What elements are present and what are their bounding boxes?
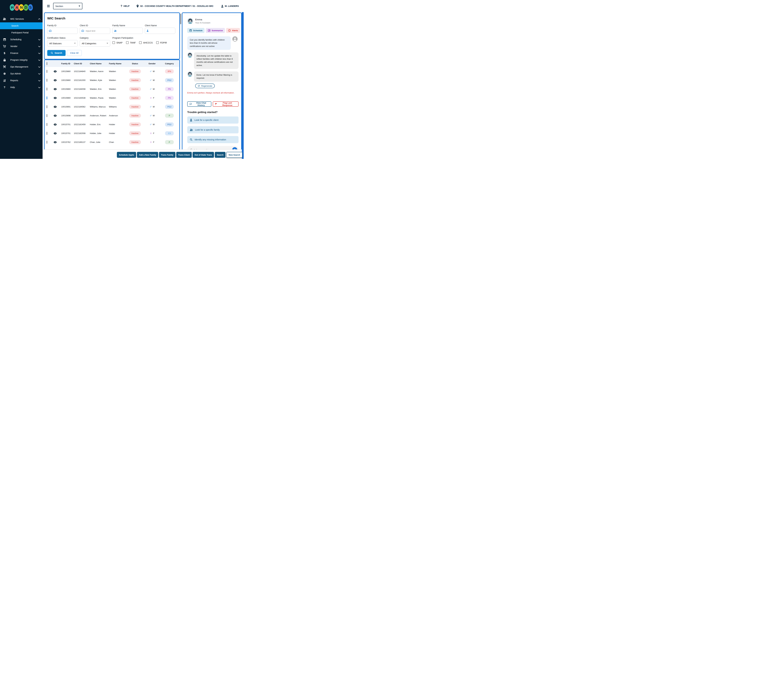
- column-header[interactable]: Gender: [145, 62, 159, 65]
- client-name-label: Client Name: [145, 24, 157, 27]
- eye-icon[interactable]: [53, 114, 57, 117]
- eye-icon[interactable]: [53, 78, 57, 82]
- table-row[interactable]: 10015701 1022182008 Holder, Julie Holder…: [45, 129, 179, 138]
- column-header[interactable]: Category: [159, 62, 179, 65]
- summarize-button[interactable]: Summarize: [206, 28, 225, 33]
- flag-last-response-button[interactable]: Flag Last Response: [213, 102, 239, 107]
- chevron-down-icon: [74, 43, 76, 44]
- category-select[interactable]: All Categories: [80, 40, 110, 47]
- out-of-state-trans-button[interactable]: Out of State Trans: [192, 152, 214, 158]
- trans-family-button[interactable]: Trans Family: [159, 152, 175, 158]
- suggestion-specific-client[interactable]: Look for a specific client: [187, 117, 239, 123]
- schedule-appts-button[interactable]: Schedule Appts: [117, 152, 136, 158]
- row-checkbox[interactable]: [47, 141, 47, 143]
- chevron-down-icon: [38, 45, 40, 47]
- sidebar-item-vendor[interactable]: Vendor: [0, 43, 43, 50]
- vertical-scrollbar[interactable]: [180, 14, 181, 24]
- cart-icon: [3, 45, 6, 48]
- tanf-checkbox[interactable]: TANF: [126, 41, 136, 44]
- ai-assistant-panel: Emma Your AI Assistant Schedule Summariz…: [182, 12, 242, 150]
- sidebar-item-label: Help: [10, 86, 15, 88]
- client-id-input[interactable]: [85, 29, 109, 32]
- user-menu[interactable]: M. LANDERS: [221, 5, 239, 8]
- table-row-selected[interactable]: 10015660 1022183538 Walden, Paula Walden…: [45, 93, 179, 102]
- suggestion-specific-family[interactable]: Look for a specific family: [187, 126, 239, 133]
- fdpir-checkbox[interactable]: FDPIR: [156, 41, 167, 44]
- client-id-field[interactable]: [80, 28, 110, 34]
- certification-status-select[interactable]: All Statuses: [47, 40, 78, 47]
- chart-icon: [3, 79, 6, 82]
- client-name-field[interactable]: [145, 28, 175, 34]
- table-row[interactable]: 10015698 1022188465 Anderson, Robert And…: [45, 111, 179, 120]
- sidebar-item-reports[interactable]: Reports: [0, 77, 43, 84]
- table-row[interactable]: 10015660 1022184840 Walden, Aaron Walden…: [45, 67, 179, 76]
- row-checkbox[interactable]: [47, 97, 47, 99]
- row-checkbox[interactable]: [47, 123, 47, 126]
- sidebar-item-ops-management[interactable]: Ops Management: [0, 63, 43, 70]
- family-name-field[interactable]: [112, 28, 143, 34]
- category-badge: PG2: [165, 122, 174, 127]
- search-button[interactable]: Search: [47, 50, 65, 56]
- sidebar-item-search[interactable]: Search: [0, 22, 43, 29]
- eye-icon[interactable]: [53, 87, 57, 91]
- trans-client-button[interactable]: Trans Client: [176, 152, 192, 158]
- add-new-family-button[interactable]: Add a New Family: [137, 152, 158, 158]
- section-dropdown-value: Section: [55, 5, 79, 7]
- suggestion-missing-information[interactable]: Identify any missing information: [187, 136, 239, 143]
- column-header[interactable]: Client ID: [74, 62, 90, 65]
- eye-icon[interactable]: [53, 70, 57, 73]
- schedule-button[interactable]: Schedule: [187, 28, 204, 33]
- sidebar-item-finance[interactable]: $ Finance: [0, 50, 43, 57]
- send-button[interactable]: [232, 147, 237, 150]
- table-row[interactable]: 10015701 1022182459 Holder, Eric Holder …: [45, 120, 179, 129]
- clinic-location[interactable]: 02 - COCHISE COUNTY HEALTH DEPARTMENT / …: [136, 5, 213, 8]
- sidebar-item-wic-services[interactable]: WIC Services: [0, 15, 43, 22]
- ahcccs-checkbox[interactable]: AHCCCS: [139, 41, 153, 44]
- eye-icon[interactable]: [53, 123, 57, 126]
- view-chat-history-button[interactable]: View Chat History: [187, 102, 211, 107]
- clear-all-button[interactable]: Clear All: [67, 50, 82, 56]
- client-name-input[interactable]: [150, 29, 174, 32]
- table-row[interactable]: 10015762 1022189137 Chan, Julie Chan Ina…: [45, 138, 179, 147]
- table-row[interactable]: 10015660 1022184008 Walden, Eric Walden …: [45, 85, 179, 93]
- sidebar-item-participant-portal[interactable]: Participant Portal: [0, 29, 43, 36]
- alerts-button[interactable]: Alerts: [226, 28, 240, 33]
- row-checkbox[interactable]: [47, 105, 47, 108]
- row-checkbox[interactable]: [47, 114, 47, 117]
- select-all-checkbox[interactable]: [47, 62, 47, 65]
- table-row[interactable]: 10015660 1022181000 Walden, Kyle Walden …: [45, 76, 179, 85]
- regenerate-button[interactable]: Regenerate: [195, 83, 215, 88]
- family-name-input[interactable]: [118, 29, 141, 32]
- eye-icon[interactable]: [53, 132, 57, 135]
- eye-icon[interactable]: [53, 140, 57, 144]
- row-checkbox[interactable]: [47, 132, 47, 135]
- menu-icon[interactable]: [47, 5, 50, 8]
- column-header[interactable]: Family Name: [109, 62, 125, 65]
- row-checkbox[interactable]: [47, 88, 47, 90]
- row-checkbox[interactable]: [47, 70, 47, 73]
- checkbox-icon: [126, 41, 129, 44]
- eye-icon[interactable]: [53, 105, 57, 108]
- status-badge: Inactive: [129, 113, 141, 118]
- family-id-input[interactable]: [53, 29, 76, 32]
- help-label: HELP: [124, 5, 130, 7]
- help-button[interactable]: ? HELP: [120, 5, 130, 8]
- table-row-partial[interactable]: [45, 147, 179, 150]
- sidebar-item-help[interactable]: ? Help: [0, 84, 43, 91]
- certification-status-label: Certification Status: [47, 37, 65, 39]
- status-badge: Inactive: [129, 96, 141, 100]
- table-row[interactable]: 10015691 1022184562 Williams, Marcus Wil…: [45, 102, 179, 111]
- row-checkbox[interactable]: [47, 79, 47, 82]
- family-id-field[interactable]: [47, 28, 78, 34]
- column-header[interactable]: Status: [125, 62, 145, 65]
- eye-icon[interactable]: [53, 96, 57, 100]
- column-header[interactable]: Client Name: [90, 62, 109, 65]
- new-search-button[interactable]: New Search: [226, 152, 242, 158]
- column-header[interactable]: Family ID: [61, 62, 74, 65]
- search-button-bottom[interactable]: Search: [215, 152, 226, 158]
- snap-checkbox[interactable]: SNAP: [112, 41, 123, 44]
- sidebar-item-sys-admin[interactable]: Sys Admin: [0, 70, 43, 77]
- section-dropdown[interactable]: Section: [53, 3, 82, 9]
- sidebar-item-scheduling[interactable]: Scheduling: [0, 36, 43, 43]
- sidebar-item-program-integrity[interactable]: Program Integrity: [0, 57, 43, 63]
